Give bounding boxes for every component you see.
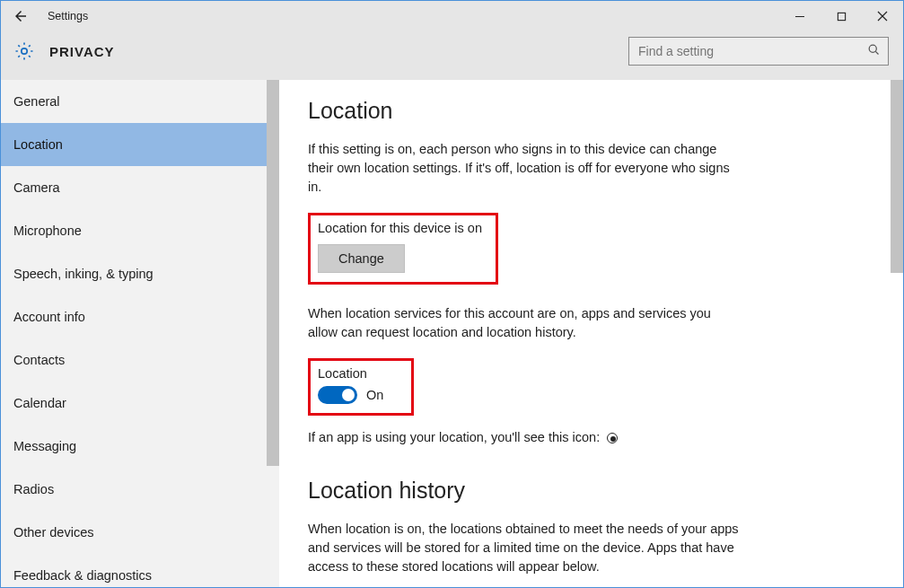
location-toggle[interactable] — [318, 386, 357, 404]
sidebar-item-speech[interactable]: Speech, inking, & typing — [1, 252, 279, 295]
header: PRIVACY — [1, 31, 903, 80]
gear-icon — [13, 40, 35, 62]
titlebar: Settings — [1, 1, 903, 31]
sidebar-item-microphone[interactable]: Microphone — [1, 209, 279, 252]
section-heading-history: Location history — [308, 478, 827, 504]
svg-rect-0 — [795, 16, 804, 17]
minimize-icon — [794, 11, 805, 22]
sidebar-item-radios[interactable]: Radios — [1, 468, 279, 511]
sidebar-item-messaging[interactable]: Messaging — [1, 425, 279, 468]
main: General Location Camera Microphone Speec… — [1, 80, 903, 587]
section-heading-location: Location — [308, 98, 827, 124]
toggle-state-label: On — [366, 388, 383, 402]
sidebar-item-contacts[interactable]: Contacts — [1, 338, 279, 382]
sidebar-item-feedback[interactable]: Feedback & diagnostics — [1, 554, 279, 587]
sidebar-item-label: Account info — [13, 310, 85, 324]
search-box[interactable] — [628, 37, 889, 66]
sidebar-item-label: Feedback & diagnostics — [13, 568, 152, 583]
sidebar-scrollbar[interactable] — [267, 80, 279, 466]
sidebar-item-other-devices[interactable]: Other devices — [1, 511, 279, 554]
sidebar-item-label: Other devices — [13, 525, 93, 540]
toggle-knob — [342, 389, 355, 401]
svg-point-2 — [22, 48, 27, 54]
minimize-button[interactable] — [779, 1, 821, 31]
close-icon — [877, 11, 888, 22]
maximize-icon — [837, 12, 847, 22]
page-title: PRIVACY — [49, 44, 115, 59]
change-button[interactable]: Change — [318, 244, 405, 273]
sidebar-item-general[interactable]: General — [1, 80, 279, 123]
svg-rect-1 — [838, 13, 845, 20]
window-controls — [779, 1, 903, 31]
sidebar-item-account-info[interactable]: Account info — [1, 295, 279, 338]
maximize-button[interactable] — [821, 1, 862, 31]
sidebar-item-label: Location — [13, 137, 63, 152]
window-title: Settings — [48, 10, 88, 22]
svg-line-4 — [875, 51, 878, 54]
sidebar-item-label: General — [13, 94, 60, 109]
sidebar-item-calendar[interactable]: Calendar — [1, 382, 279, 425]
sidebar-item-camera[interactable]: Camera — [1, 166, 279, 209]
location-toggle-highlight: Location On — [308, 358, 414, 416]
sidebar-item-label: Messaging — [13, 439, 76, 453]
back-button[interactable] — [1, 1, 40, 31]
location-icon-text: If an app is using your location, you'll… — [308, 428, 739, 447]
toggle-title: Location — [318, 366, 404, 381]
device-status-label: Location for this device is on — [318, 221, 488, 235]
search-input[interactable] — [638, 44, 867, 58]
history-text: When location is on, the locations obtai… — [308, 520, 739, 576]
svg-point-3 — [869, 45, 876, 52]
back-arrow-icon — [13, 8, 29, 24]
location-intro-text: If this setting is on, each person who s… — [308, 140, 739, 197]
sidebar-item-label: Speech, inking, & typing — [13, 267, 154, 281]
location-indicator-icon — [607, 433, 618, 443]
search-icon — [867, 43, 881, 59]
sidebar: General Location Camera Microphone Speec… — [1, 80, 279, 587]
sidebar-item-location[interactable]: Location — [1, 123, 279, 166]
content-scrollbar[interactable] — [891, 80, 903, 273]
close-button[interactable] — [862, 1, 903, 31]
account-location-text: When location services for this account … — [308, 304, 739, 342]
sidebar-item-label: Microphone — [13, 224, 82, 238]
sidebar-item-label: Calendar — [13, 396, 66, 410]
sidebar-item-label: Radios — [13, 482, 54, 496]
device-status-highlight: Location for this device is on Change — [308, 213, 498, 285]
sidebar-item-label: Contacts — [13, 353, 65, 367]
sidebar-item-label: Camera — [13, 180, 60, 195]
content-area: Location If this setting is on, each per… — [279, 80, 903, 587]
